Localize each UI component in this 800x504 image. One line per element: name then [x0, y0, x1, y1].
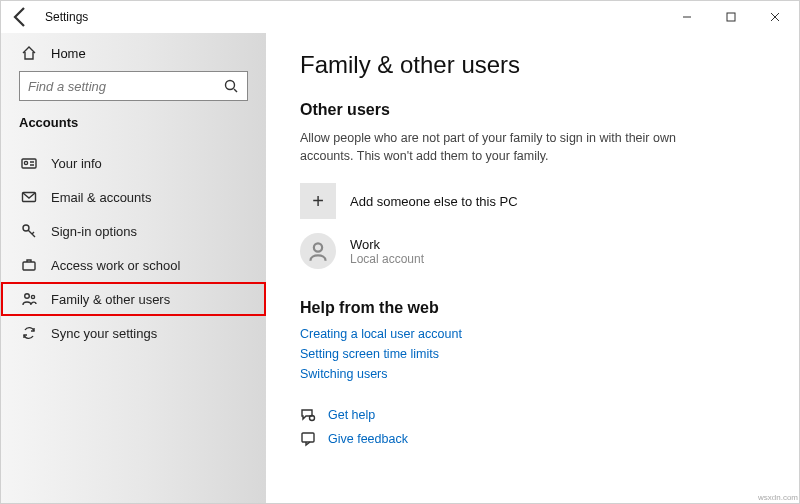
maximize-button[interactable]: [709, 3, 753, 31]
other-users-heading: Other users: [300, 101, 765, 119]
back-button[interactable]: [9, 5, 33, 29]
home-link[interactable]: Home: [1, 39, 266, 71]
user-subtype: Local account: [350, 252, 424, 266]
mail-icon: [21, 189, 37, 205]
add-user-button[interactable]: + Add someone else to this PC: [300, 183, 765, 219]
content-pane: Family & other users Other users Allow p…: [266, 33, 799, 503]
nav-label: Sync your settings: [51, 326, 157, 341]
get-help-label: Get help: [328, 408, 375, 422]
sidebar-item-email-accounts[interactable]: Email & accounts: [1, 180, 266, 214]
nav-label: Email & accounts: [51, 190, 151, 205]
search-input[interactable]: [19, 71, 248, 101]
watermark: wsxdn.com: [758, 493, 798, 502]
nav-label: Family & other users: [51, 292, 170, 307]
nav-label: Sign-in options: [51, 224, 137, 239]
nav-label: Access work or school: [51, 258, 180, 273]
help-link-local-account[interactable]: Creating a local user account: [300, 327, 765, 341]
give-feedback-link[interactable]: Give feedback: [300, 431, 765, 447]
people-icon: [21, 291, 37, 307]
svg-point-3: [24, 161, 27, 164]
nav-list: Your info Email & accounts Sign-in optio…: [1, 146, 266, 350]
help-link-switching-users[interactable]: Switching users: [300, 367, 765, 381]
sidebar-item-sync-settings[interactable]: Sync your settings: [1, 316, 266, 350]
titlebar: Settings: [1, 1, 799, 33]
settings-window: Settings Home Accounts Your info: [0, 0, 800, 504]
sidebar-item-access-work-school[interactable]: Access work or school: [1, 248, 266, 282]
help-heading: Help from the web: [300, 299, 765, 317]
help-links: Creating a local user account Setting sc…: [300, 327, 765, 381]
sync-icon: [21, 325, 37, 341]
home-label: Home: [51, 46, 86, 61]
other-users-description: Allow people who are not part of your fa…: [300, 129, 680, 165]
sidebar-item-signin-options[interactable]: Sign-in options: [1, 214, 266, 248]
category-heading: Accounts: [1, 115, 266, 140]
sidebar-item-your-info[interactable]: Your info: [1, 146, 266, 180]
svg-rect-11: [302, 433, 314, 442]
user-entry-work[interactable]: Work Local account: [300, 233, 765, 269]
briefcase-icon: [21, 257, 37, 273]
sidebar-item-family-other-users[interactable]: Family & other users: [1, 282, 266, 316]
id-card-icon: [21, 155, 37, 171]
minimize-button[interactable]: [665, 3, 709, 31]
feedback-icon: [300, 431, 316, 447]
give-feedback-label: Give feedback: [328, 432, 408, 446]
search-icon: [223, 78, 239, 94]
svg-point-9: [314, 244, 322, 252]
svg-point-8: [31, 295, 34, 298]
close-button[interactable]: [753, 3, 797, 31]
nav-label: Your info: [51, 156, 102, 171]
plus-icon: +: [300, 183, 336, 219]
footer-links: Get help Give feedback: [300, 407, 765, 447]
svg-rect-6: [23, 262, 35, 270]
user-name: Work: [350, 237, 424, 252]
sidebar: Home Accounts Your info Email & accounts: [1, 33, 266, 503]
avatar-icon: [300, 233, 336, 269]
home-icon: [21, 45, 37, 61]
svg-rect-0: [727, 13, 735, 21]
get-help-link[interactable]: Get help: [300, 407, 765, 423]
search-field[interactable]: [28, 79, 223, 94]
chat-icon: [300, 407, 316, 423]
window-title: Settings: [45, 10, 88, 24]
help-link-screen-time[interactable]: Setting screen time limits: [300, 347, 765, 361]
svg-point-7: [25, 294, 30, 299]
svg-point-1: [226, 81, 235, 90]
page-title: Family & other users: [300, 51, 765, 79]
add-user-label: Add someone else to this PC: [350, 194, 518, 209]
key-icon: [21, 223, 37, 239]
